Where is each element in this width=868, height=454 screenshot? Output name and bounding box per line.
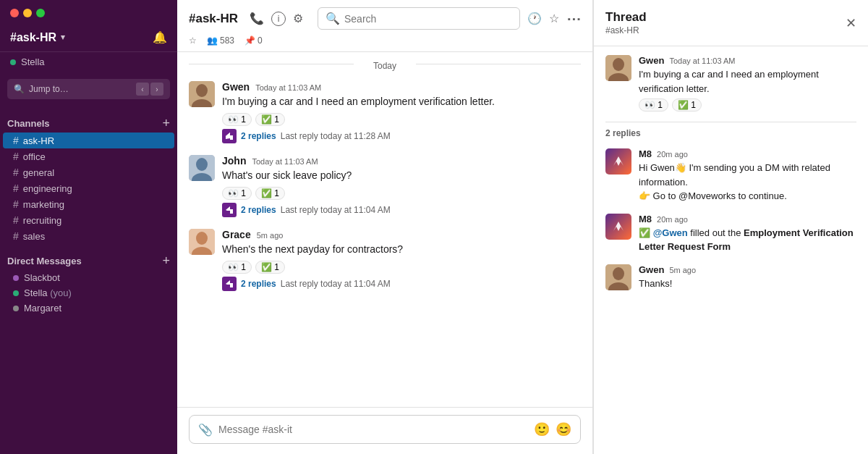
thread-message-text: ✅ @Gwen filled out the Employment Verifi… bbox=[639, 226, 856, 254]
pin-icon: 📌 bbox=[244, 35, 255, 46]
thread-message-time: 20m ago bbox=[657, 215, 688, 224]
sidebar-item-marketing[interactable]: # marketing bbox=[3, 196, 174, 212]
message-header: Grace 5m ago bbox=[222, 229, 581, 240]
thread-title: Thread bbox=[605, 10, 647, 25]
chat-header: #ask-HR 📞 i ⚙ 🔍 🕐 ☆ ⋯ ☆ 👥 583 bbox=[177, 0, 592, 52]
thread-reply-link[interactable]: 2 replies Last reply today at 11:28 AM bbox=[222, 129, 581, 143]
add-dm-button[interactable]: + bbox=[162, 254, 170, 267]
message-header: Gwen Today at 11:03 AM bbox=[222, 81, 581, 93]
hash-icon: # bbox=[13, 198, 19, 210]
message-time: Today at 11:03 AM bbox=[255, 83, 321, 92]
settings-icon[interactable]: ⚙ bbox=[293, 12, 303, 25]
reply-icon bbox=[222, 277, 237, 291]
nav-forward-button[interactable]: › bbox=[150, 83, 163, 96]
channel-name: office bbox=[23, 151, 46, 162]
reaction-check[interactable]: ✅ 1 bbox=[672, 98, 702, 112]
header-actions: 📞 i ⚙ bbox=[250, 12, 303, 26]
sidebar-item-engineering[interactable]: # engineering bbox=[3, 180, 174, 196]
sidebar-header: #ask-HR ▾ 🔔 bbox=[0, 23, 177, 52]
avatar bbox=[605, 55, 631, 81]
svg-point-22 bbox=[613, 267, 624, 280]
username: Stella bbox=[21, 56, 45, 67]
smiley-icon[interactable]: 😊 bbox=[556, 421, 571, 437]
hash-icon: # bbox=[13, 214, 19, 226]
dm-item-stella[interactable]: Stella (you) bbox=[3, 285, 174, 300]
info-icon[interactable]: i bbox=[271, 12, 286, 26]
thread-message-content: Gwen 5m ago Thanks! bbox=[639, 264, 856, 291]
nav-back-button[interactable]: ‹ bbox=[136, 83, 149, 96]
sidebar-item-ask-hr[interactable]: # ask-HR bbox=[3, 133, 174, 148]
message-text: I'm buying a car and I need an employmen… bbox=[222, 94, 581, 109]
thread-header: Thread #ask-HR ✕ bbox=[594, 0, 868, 46]
bot-avatar bbox=[605, 214, 631, 240]
message-author: Grace bbox=[222, 229, 251, 240]
search-input[interactable] bbox=[344, 13, 512, 25]
dm-item-slackbot[interactable]: Slackbot bbox=[3, 270, 174, 285]
reply-time: Last reply today at 11:28 AM bbox=[281, 131, 391, 141]
more-icon[interactable]: ⋯ bbox=[566, 10, 581, 28]
thread-message-author: Gwen bbox=[639, 264, 664, 275]
reply-icon bbox=[222, 203, 237, 217]
emoji-icon[interactable]: 🙂 bbox=[534, 421, 550, 437]
user-status: Stella bbox=[0, 52, 177, 75]
add-channel-button[interactable]: + bbox=[162, 117, 170, 130]
thread-message-text: Thanks! bbox=[639, 277, 856, 291]
thread-reply-link[interactable]: 2 replies Last reply today at 11:04 AM bbox=[222, 203, 581, 217]
dm-name: Slackbot bbox=[24, 272, 60, 283]
thread-message-time: 5m ago bbox=[669, 266, 696, 274]
reactions: 👀 1 ✅ 1 bbox=[222, 113, 581, 126]
dm-status-dot bbox=[13, 290, 19, 296]
dm-list: Slackbot Stella (you) Margaret bbox=[0, 270, 177, 316]
message-header: John Today at 11:03 AM bbox=[222, 155, 581, 167]
message-input[interactable] bbox=[218, 424, 528, 435]
dm-status-dot bbox=[13, 275, 19, 281]
close-thread-button[interactable]: ✕ bbox=[846, 15, 856, 31]
sidebar-item-general[interactable]: # general bbox=[3, 164, 174, 180]
sidebar-item-office[interactable]: # office bbox=[3, 148, 174, 164]
svg-point-1 bbox=[196, 84, 208, 97]
thread-reply-item: M8 20m ago ✅ @Gwen filled out the Employ… bbox=[605, 214, 856, 254]
reaction-check[interactable]: ✅ 1 bbox=[255, 187, 285, 200]
message-time: 5m ago bbox=[257, 231, 284, 240]
window-close[interactable] bbox=[10, 9, 19, 17]
svg-point-7 bbox=[196, 158, 208, 171]
workspace-name: #ask-HR bbox=[10, 31, 56, 44]
dm-name: Margaret bbox=[24, 303, 61, 314]
bell-icon[interactable]: 🔔 bbox=[153, 30, 167, 44]
jump-to-button[interactable]: 🔍 Jump to… ‹ › bbox=[7, 79, 170, 99]
reaction-eyes[interactable]: 👀 1 bbox=[222, 187, 252, 200]
star-icon[interactable]: ☆ bbox=[549, 12, 559, 25]
search-icon: 🔍 bbox=[14, 84, 25, 94]
reaction-check[interactable]: ✅ 1 bbox=[255, 113, 285, 126]
thread-messages: Gwen Today at 11:03 AM I'm buying a car … bbox=[594, 46, 868, 454]
thread-reply-link[interactable]: 2 replies Last reply today at 11:04 AM bbox=[222, 277, 581, 291]
dm-name: Stella (you) bbox=[24, 287, 72, 298]
channel-name: marketing bbox=[23, 199, 64, 210]
members-icon: 👥 bbox=[207, 35, 218, 46]
thread-message-content: M8 20m ago Hi Gwen👋 I'm sending you a DM… bbox=[639, 148, 856, 203]
reaction-eyes[interactable]: 👀 1 bbox=[222, 261, 252, 274]
sidebar-item-recruiting[interactable]: # recruiting bbox=[3, 212, 174, 228]
thread-channel: #ask-HR bbox=[605, 25, 647, 35]
workspace-chevron-icon: ▾ bbox=[61, 33, 65, 42]
reaction-eyes[interactable]: 👀 1 bbox=[639, 98, 668, 112]
phone-icon[interactable]: 📞 bbox=[250, 12, 264, 25]
history-icon[interactable]: 🕐 bbox=[527, 12, 542, 25]
thread-message-content: M8 20m ago ✅ @Gwen filled out the Employ… bbox=[639, 214, 856, 254]
window-maximize[interactable] bbox=[36, 9, 45, 17]
chat-input-area: 📎 🙂 😊 bbox=[177, 407, 592, 454]
dm-item-margaret[interactable]: Margaret bbox=[3, 300, 174, 316]
reply-time: Last reply today at 11:04 AM bbox=[281, 205, 391, 215]
reply-count: 2 replies bbox=[241, 279, 276, 289]
thread-message-content: Gwen Today at 11:03 AM I'm buying a car … bbox=[639, 55, 856, 112]
window-minimize[interactable] bbox=[23, 9, 32, 17]
channel-name: general bbox=[23, 167, 54, 178]
workspace-title[interactable]: #ask-HR ▾ bbox=[10, 31, 65, 44]
attach-icon[interactable]: 📎 bbox=[198, 423, 213, 437]
reaction-check[interactable]: ✅ 1 bbox=[255, 261, 285, 274]
reaction-eyes[interactable]: 👀 1 bbox=[222, 113, 252, 126]
window-controls bbox=[0, 0, 177, 23]
svg-marker-20 bbox=[613, 222, 624, 231]
member-count: 👥 583 bbox=[207, 35, 234, 46]
sidebar-item-sales[interactable]: # sales bbox=[3, 228, 174, 244]
